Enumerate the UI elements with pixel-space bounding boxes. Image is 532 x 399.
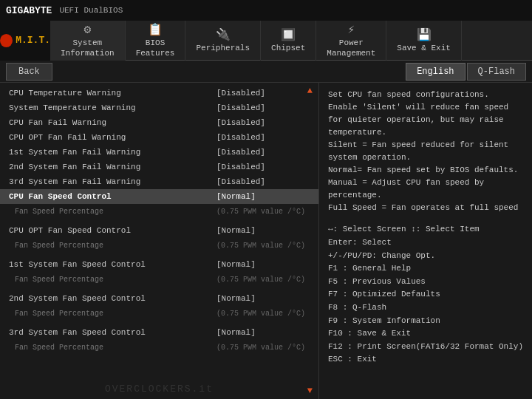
- mit-label: M.I.T.: [16, 35, 50, 46]
- keyhelp-line: Enter: Select: [328, 236, 523, 250]
- nav-label-chipset: Chipset: [271, 44, 305, 53]
- keyhelp-line: +/-/PU/PD: Change Opt.: [328, 250, 523, 263]
- brand-dualbios: UEFI DualBIOS: [59, 6, 123, 15]
- nav-item-chipset[interactable]: 🔲 Chipset: [261, 21, 316, 61]
- menu-row-value: [Disabled]: [216, 118, 313, 127]
- menu-row: Fan Speed Percentage(0.75 PWM value /°C): [0, 340, 318, 355]
- help-line: Full Speed = Fan operates at full speed: [328, 202, 523, 214]
- nav-item-bios-features[interactable]: 📋 BIOSFeatures: [126, 21, 186, 61]
- right-panel: Set CPU fan speed configurations.Enable …: [319, 83, 532, 399]
- menu-row-label: CPU Fan Speed Control: [9, 192, 216, 201]
- help-line: system operation.: [328, 151, 523, 164]
- scroll-arrow-bottom: ▼: [307, 386, 313, 396]
- nav-label-bios-features: BIOSFeatures: [136, 38, 175, 58]
- menu-row-value: [Disabled]: [216, 133, 313, 142]
- menu-row-value: (0.75 PWM value /°C): [216, 344, 313, 352]
- help-line: Set CPU fan speed configurations.: [328, 89, 523, 101]
- menu-row-value: [Disabled]: [216, 177, 313, 186]
- menu-row: Fan Speed Percentage(0.75 PWM value /°C): [0, 204, 318, 219]
- nav-label-save-exit: Save & Exit: [397, 44, 451, 53]
- menu-row-label: Fan Speed Percentage: [9, 276, 216, 284]
- menu-row-value: [Normal]: [216, 226, 313, 235]
- menu-row-label: 1st System Fan Fail Warning: [9, 148, 216, 157]
- menu-row-label: CPU Fan Fail Warning: [9, 118, 216, 127]
- menu-row-value: [Normal]: [216, 260, 313, 269]
- help-line: Silent = Fan speed reduced for silent: [328, 139, 523, 151]
- menu-row: CPU Temperature Warning[Disabled]: [0, 86, 318, 100]
- toolbar: Back English Q-Flash: [0, 61, 532, 83]
- menu-row-value: (0.75 PWM value /°C): [216, 242, 313, 250]
- menu-row-value: (0.75 PWM value /°C): [216, 310, 313, 318]
- nav-items-container: ⚙ SystemInformation 📋 BIOSFeatures 🔌 Per…: [50, 21, 462, 61]
- help-line: Manual = Adjust CPU fan speed by: [328, 177, 523, 189]
- menu-row: 2nd System Fan Fail Warning[Disabled]: [0, 160, 318, 174]
- qflash-button[interactable]: Q-Flash: [467, 63, 526, 81]
- menu-list: CPU Temperature Warning[Disabled]System …: [0, 86, 318, 355]
- menu-row-label: 3rd System Fan Speed Control: [9, 328, 216, 337]
- nav-icon-power-mgmt: ⚡: [347, 22, 355, 37]
- help-line: Enable 'Silent' will reduce fan speed: [328, 101, 523, 114]
- keyhelp-line: F10 : Save & Exit: [328, 327, 523, 341]
- keyhelp-line: ESC : Exit: [328, 353, 523, 366]
- help-line: percentage.: [328, 189, 523, 202]
- menu-row-label: Fan Speed Percentage: [9, 310, 216, 318]
- keyhelp-line: F7 : Optimized Defaults: [328, 288, 523, 301]
- menu-row-value: [Disabled]: [216, 163, 313, 171]
- nav-label-peripherals: Peripherals: [196, 44, 250, 53]
- menu-row-label: Fan Speed Percentage: [9, 344, 216, 352]
- nav-icon-system-info: ⚙: [83, 22, 91, 37]
- nav-icon-bios-features: 📋: [148, 22, 163, 37]
- nav-item-peripherals[interactable]: 🔌 Peripherals: [185, 21, 261, 61]
- menu-row-label: 2nd System Fan Speed Control: [9, 294, 216, 303]
- nav-item-power-mgmt[interactable]: ⚡ PowerManagement: [316, 21, 386, 61]
- menu-row: Fan Speed Percentage(0.75 PWM value /°C): [0, 306, 318, 321]
- key-help: ↔: Select Screen ↕: Select ItemEnter: Se…: [328, 223, 523, 366]
- menu-row-label: Fan Speed Percentage: [9, 242, 216, 250]
- menu-row[interactable]: CPU Fan Speed Control[Normal]: [0, 189, 318, 204]
- menu-row-value: [Normal]: [216, 294, 313, 303]
- nav-label-power-mgmt: PowerManagement: [327, 38, 375, 58]
- main-content: ▲ CPU Temperature Warning[Disabled]Syste…: [0, 83, 532, 399]
- menu-row-value: (0.75 PWM value /°C): [216, 276, 313, 284]
- mit-dot: [0, 34, 13, 47]
- menu-row: System Temperature Warning[Disabled]: [0, 100, 318, 115]
- menu-row: Fan Speed Percentage(0.75 PWM value /°C): [0, 272, 318, 287]
- watermark: OVERCLOCKERS.it: [0, 383, 319, 395]
- keyhelp-line: F5 : Previous Values: [328, 276, 523, 289]
- menu-row: CPU Fan Fail Warning[Disabled]: [0, 115, 318, 130]
- menu-row: 3rd System Fan Speed Control[Normal]: [0, 325, 318, 340]
- nav-item-save-exit[interactable]: 💾 Save & Exit: [386, 21, 462, 61]
- menu-row: 3rd System Fan Fail Warning[Disabled]: [0, 174, 318, 189]
- keyhelp-line: F12 : Print Screen(FAT16/32 Format Only): [328, 341, 523, 354]
- nav-mit[interactable]: M.I.T.: [0, 21, 50, 61]
- menu-row-value: [Normal]: [216, 328, 313, 337]
- menu-row-value: [Disabled]: [216, 148, 313, 157]
- menu-row: 2nd System Fan Speed Control[Normal]: [0, 291, 318, 306]
- help-text: Set CPU fan speed configurations.Enable …: [328, 89, 523, 214]
- brand-gigabyte: GIGABYTE: [6, 5, 52, 16]
- menu-row-label: System Temperature Warning: [9, 103, 216, 112]
- navbar: M.I.T. ⚙ SystemInformation 📋 BIOSFeature…: [0, 21, 532, 61]
- keyhelp-line: F8 : Q-Flash: [328, 301, 523, 315]
- menu-row-label: CPU OPT Fan Fail Warning: [9, 133, 216, 142]
- nav-label-system-info: SystemInformation: [61, 38, 115, 58]
- help-line: for quieter operation, but may raise: [328, 114, 523, 126]
- nav-icon-save-exit: 💾: [417, 27, 432, 42]
- menu-row: 1st System Fan Speed Control[Normal]: [0, 257, 318, 272]
- nav-item-system-info[interactable]: ⚙ SystemInformation: [50, 21, 126, 61]
- menu-row-label: 1st System Fan Speed Control: [9, 260, 216, 269]
- keyhelp-line: ↔: Select Screen ↕: Select Item: [328, 223, 523, 236]
- menu-row: CPU OPT Fan Fail Warning[Disabled]: [0, 130, 318, 145]
- back-button[interactable]: Back: [6, 63, 52, 81]
- menu-row-label: 3rd System Fan Fail Warning: [9, 177, 216, 186]
- language-button[interactable]: English: [406, 63, 465, 81]
- menu-row-value: [Disabled]: [216, 89, 313, 98]
- header-bar: GIGABYTE UEFI DualBIOS: [0, 0, 532, 21]
- menu-row: Fan Speed Percentage(0.75 PWM value /°C): [0, 238, 318, 253]
- keyhelp-line: F1 : General Help: [328, 262, 523, 276]
- left-panel: ▲ CPU Temperature Warning[Disabled]Syste…: [0, 83, 319, 399]
- menu-row-value: [Disabled]: [216, 103, 313, 112]
- help-line: Normal= Fan speed set by BIOS defaults.: [328, 164, 523, 177]
- menu-row-value: (0.75 PWM value /°C): [216, 208, 313, 216]
- scroll-arrow-top: ▲: [307, 86, 313, 96]
